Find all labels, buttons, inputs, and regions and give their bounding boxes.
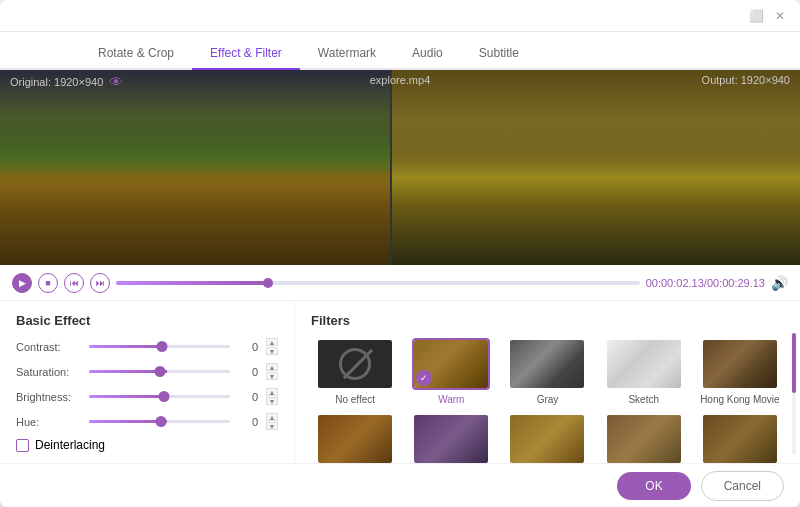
filter-warm[interactable]: ✓ Warm bbox=[407, 338, 495, 405]
deinterlace-row: Deinterlacing bbox=[16, 438, 278, 452]
filter-thumb-no-effect[interactable] bbox=[316, 338, 394, 390]
scrollbar-thumb[interactable] bbox=[792, 333, 796, 393]
filter-thumb-r3[interactable] bbox=[412, 413, 490, 463]
filter-no-effect[interactable]: No effect bbox=[311, 338, 399, 405]
main-content: Basic Effect Contrast: 0 ▲ ▼ Saturation: bbox=[0, 301, 800, 463]
controls-bar: ▶ ■ ⏮ ⏭ 00:00:02.13/00:00:29.13 🔊 bbox=[0, 265, 800, 301]
brightness-row: Brightness: 0 ▲ ▼ bbox=[16, 388, 278, 405]
filter-gray[interactable]: Gray bbox=[503, 338, 591, 405]
filter-r3[interactable] bbox=[407, 413, 495, 463]
tab-audio[interactable]: Audio bbox=[394, 38, 461, 70]
deinterlacing-checkbox[interactable] bbox=[16, 439, 29, 452]
ok-button[interactable]: OK bbox=[617, 472, 690, 500]
right-panel: Filters No effect ✓ bbox=[295, 301, 800, 463]
basic-effect-title: Basic Effect bbox=[16, 313, 278, 328]
filter-r5[interactable] bbox=[600, 413, 688, 463]
brightness-value: 0 bbox=[238, 391, 258, 403]
filter-sketch[interactable]: Sketch bbox=[600, 338, 688, 405]
no-effect-circle bbox=[339, 348, 371, 380]
hue-down[interactable]: ▼ bbox=[266, 422, 278, 430]
hue-slider-thumb[interactable] bbox=[155, 416, 166, 427]
filter-thumb-warm[interactable]: ✓ bbox=[412, 338, 490, 390]
saturation-down[interactable]: ▼ bbox=[266, 372, 278, 380]
video-section: Original: 1920×940 👁 explore.mp4 Output:… bbox=[0, 70, 800, 265]
filter-label-sketch: Sketch bbox=[628, 394, 659, 405]
brightness-spin[interactable]: ▲ ▼ bbox=[266, 388, 278, 405]
cancel-button[interactable]: Cancel bbox=[701, 471, 784, 501]
hue-row: Hue: 0 ▲ ▼ bbox=[16, 413, 278, 430]
gray-display bbox=[510, 340, 584, 388]
r5-display bbox=[607, 415, 681, 463]
title-bar-buttons: ⬜ ✕ bbox=[748, 8, 788, 24]
r2-display bbox=[318, 415, 392, 463]
filter-thumb-r6[interactable] bbox=[701, 413, 779, 463]
progress-bar[interactable] bbox=[116, 281, 640, 285]
progress-thumb[interactable] bbox=[263, 278, 273, 288]
brightness-slider-track[interactable] bbox=[89, 395, 230, 398]
filters-title: Filters bbox=[311, 313, 784, 328]
prev-frame-button[interactable]: ⏮ bbox=[64, 273, 84, 293]
contrast-slider-container[interactable] bbox=[89, 340, 230, 354]
r6-display bbox=[703, 415, 777, 463]
hue-value: 0 bbox=[238, 416, 258, 428]
filter-r2[interactable] bbox=[311, 413, 399, 463]
filter-thumb-r5[interactable] bbox=[605, 413, 683, 463]
saturation-slider-thumb[interactable] bbox=[154, 366, 165, 377]
filter-thumb-hk[interactable] bbox=[701, 338, 779, 390]
main-window: ⬜ ✕ Rotate & Crop Effect & Filter Waterm… bbox=[0, 0, 800, 507]
maximize-button[interactable]: ✕ bbox=[772, 8, 788, 24]
contrast-label: Contrast: bbox=[16, 341, 81, 353]
saturation-label: Saturation: bbox=[16, 366, 81, 378]
brightness-slider-container[interactable] bbox=[89, 390, 230, 404]
tab-effect-filter[interactable]: Effect & Filter bbox=[192, 38, 300, 70]
contrast-slider-thumb[interactable] bbox=[157, 341, 168, 352]
brightness-up[interactable]: ▲ bbox=[266, 388, 278, 396]
hue-spin[interactable]: ▲ ▼ bbox=[266, 413, 278, 430]
hue-slider-track[interactable] bbox=[89, 420, 230, 423]
filter-label-hk: Hong Kong Movie bbox=[700, 394, 780, 405]
total-time: 00:00:29.13 bbox=[707, 277, 765, 289]
tab-subtitle[interactable]: Subtitle bbox=[461, 38, 537, 70]
filter-r6[interactable] bbox=[696, 413, 784, 463]
saturation-row: Saturation: 0 ▲ ▼ bbox=[16, 363, 278, 380]
filename-label: explore.mp4 bbox=[370, 74, 431, 86]
filter-thumb-gray[interactable] bbox=[508, 338, 586, 390]
minimize-button[interactable]: ⬜ bbox=[748, 8, 764, 24]
saturation-up[interactable]: ▲ bbox=[266, 363, 278, 371]
play-button[interactable]: ▶ bbox=[12, 273, 32, 293]
filter-thumb-sketch[interactable] bbox=[605, 338, 683, 390]
filter-r4[interactable] bbox=[503, 413, 591, 463]
contrast-row: Contrast: 0 ▲ ▼ bbox=[16, 338, 278, 355]
saturation-slider-container[interactable] bbox=[89, 365, 230, 379]
contrast-down[interactable]: ▼ bbox=[266, 347, 278, 355]
video-info-left: Original: 1920×940 👁 bbox=[10, 74, 123, 90]
contrast-value: 0 bbox=[238, 341, 258, 353]
deinterlacing-label: Deinterlacing bbox=[35, 438, 105, 452]
tab-rotate[interactable]: Rotate & Crop bbox=[80, 38, 192, 70]
eye-icon[interactable]: 👁 bbox=[109, 74, 123, 90]
next-frame-button[interactable]: ⏭ bbox=[90, 273, 110, 293]
r3-display bbox=[414, 415, 488, 463]
filter-label-no-effect: No effect bbox=[335, 394, 375, 405]
hue-up[interactable]: ▲ bbox=[266, 413, 278, 421]
saturation-spin[interactable]: ▲ ▼ bbox=[266, 363, 278, 380]
contrast-spin[interactable]: ▲ ▼ bbox=[266, 338, 278, 355]
no-effect-display bbox=[318, 340, 392, 388]
filter-label-gray: Gray bbox=[537, 394, 559, 405]
video-preview-original bbox=[0, 70, 390, 265]
brightness-down[interactable]: ▼ bbox=[266, 397, 278, 405]
filter-thumb-r4[interactable] bbox=[508, 413, 586, 463]
saturation-slider-track[interactable] bbox=[89, 370, 230, 373]
tab-watermark[interactable]: Watermark bbox=[300, 38, 394, 70]
filter-hk[interactable]: Hong Kong Movie bbox=[696, 338, 784, 405]
scrollbar-right[interactable] bbox=[792, 333, 796, 455]
brightness-slider-thumb[interactable] bbox=[158, 391, 169, 402]
volume-icon[interactable]: 🔊 bbox=[771, 275, 788, 291]
hue-slider-container[interactable] bbox=[89, 415, 230, 429]
output-info-text: Output: 1920×940 bbox=[702, 74, 790, 86]
filter-thumb-r2[interactable] bbox=[316, 413, 394, 463]
filter-label-warm: Warm bbox=[438, 394, 464, 405]
stop-button[interactable]: ■ bbox=[38, 273, 58, 293]
contrast-up[interactable]: ▲ bbox=[266, 338, 278, 346]
contrast-slider-track[interactable] bbox=[89, 345, 230, 348]
